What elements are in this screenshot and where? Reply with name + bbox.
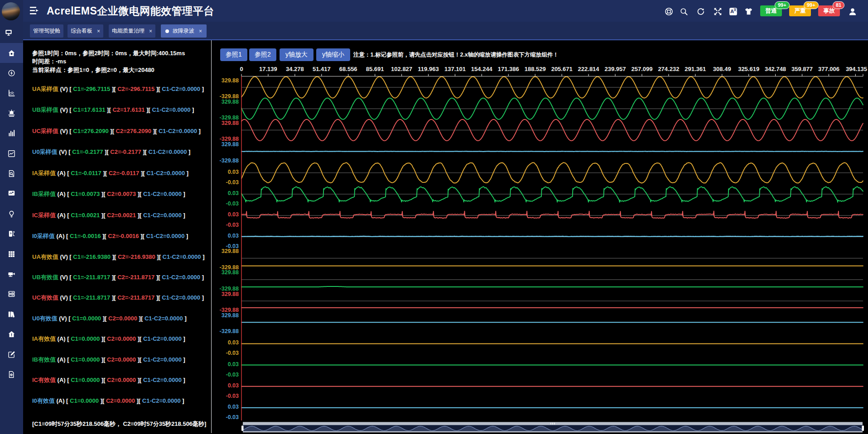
signal-label: IC有效值 [32, 377, 56, 383]
avatar[interactable] [2, 2, 20, 20]
bracket-end: ] [183, 315, 187, 322]
wave-board-icon [8, 89, 15, 97]
x-tick-label: 154.244 [471, 66, 493, 72]
zoom-handle-left[interactable] [241, 426, 244, 431]
y-max-label: 329.88 [222, 248, 239, 254]
sidebar-item-9[interactable] [0, 204, 23, 224]
sidebar-item-7[interactable] [0, 163, 23, 183]
tab-电能质量治理[interactable]: 电能质量治理× [109, 24, 155, 38]
sidebar-item-1[interactable] [0, 43, 23, 63]
diff-value: C1-C2=0.0000 [149, 148, 187, 155]
zoom-handle-right[interactable] [862, 426, 864, 431]
x-tick-label: 17.139 [259, 66, 277, 72]
signal-label: IA有效值 [32, 335, 56, 342]
diff-value: C1-C2=0.0000 [146, 233, 184, 239]
alarm-button-1[interactable]: 普通99+ [760, 5, 782, 16]
c2-value: C2=276.2090 [116, 128, 151, 134]
sidebar-item-12[interactable] [0, 264, 23, 284]
bracket: ][ [101, 233, 108, 239]
signal-label: UA采样值 [32, 86, 58, 92]
bracket: ][ [141, 148, 149, 155]
unit-and-bracket: (V) [ [58, 128, 73, 134]
time-diff-text: 时间差：-ms [32, 57, 66, 66]
tab-故障录波[interactable]: 故障录波× [161, 24, 207, 38]
sidebar-item-16[interactable] [0, 344, 23, 364]
monitor-icon[interactable] [5, 29, 13, 36]
theme-shirt-icon[interactable] [744, 7, 753, 16]
bracket: ][ [154, 294, 162, 301]
unit-and-bracket: (A) [ [55, 397, 70, 404]
diff-value: C1-C2=0.0000 [145, 315, 183, 322]
bracket: ][ [139, 170, 146, 176]
x-tick-label: 51.417 [313, 66, 331, 72]
sidebar-item-8[interactable] [0, 184, 23, 204]
cursor-timestamp-text: [C1=09时57分35秒218.506毫秒， C2=09时57分35秒218.… [32, 420, 206, 428]
x-tick-label: 239.957 [605, 66, 626, 72]
bracket-end: ] [182, 356, 185, 363]
tab-管理驾驶舱[interactable]: 管理驾驶舱 [30, 24, 63, 38]
bracket: ][ [100, 212, 107, 219]
chart-button-参照2[interactable]: 参照2 [249, 48, 276, 61]
sidebar-item-14[interactable] [0, 304, 23, 324]
diff-value: C1-C2=0.0000 [152, 106, 190, 113]
archive-icon [8, 310, 15, 318]
sidebar-item-4[interactable] [0, 103, 23, 123]
signal-label: UB有效值 [32, 274, 58, 281]
bracket: ][ [155, 253, 163, 260]
unit-and-bracket: (V) [ [58, 106, 73, 113]
bracket: ][ [100, 356, 107, 363]
tab-close-icon[interactable]: × [199, 28, 202, 34]
sidebar-item-3[interactable] [0, 83, 23, 103]
house-alert-icon [8, 330, 15, 338]
c2-value: C2=0.0000 [107, 335, 136, 342]
unit-and-bracket: (A) [ [56, 191, 71, 197]
sidebar-item-6[interactable] [0, 143, 23, 163]
tab-close-icon[interactable]: × [149, 28, 152, 34]
sidebar-toggle-icon[interactable] [30, 6, 39, 15]
search-icon[interactable] [680, 7, 688, 16]
alarm-button-2[interactable]: 严重99+ [789, 5, 811, 16]
sidebar-item-2[interactable] [0, 63, 23, 83]
sidebar-item-10[interactable] [0, 224, 23, 244]
y-min-label: -0.03 [226, 222, 239, 228]
sidebar-item-15[interactable] [0, 324, 23, 344]
page-title: AcrelEMS企业微电网能效管理平台 [47, 0, 214, 22]
service-ring-icon[interactable] [665, 7, 673, 16]
translate-icon[interactable]: A文 [729, 7, 738, 16]
y-min-label: -0.03 [226, 414, 239, 420]
sample-point-text: 当前采样点：参照1=0，参照2=0，最大=20480 [32, 66, 154, 74]
sidebar-item-11[interactable] [0, 244, 23, 264]
tab-close-icon[interactable]: × [97, 28, 100, 34]
sidebar-item-13[interactable] [0, 284, 23, 304]
bracket: ][ [111, 253, 118, 260]
sidebar-item-5[interactable] [0, 124, 23, 143]
bracket: ][ [136, 335, 143, 342]
chart-button-y轴缩小[interactable]: y轴缩小 [316, 48, 350, 61]
fullscreen-icon[interactable] [714, 7, 722, 16]
x-tick-label: 291.361 [685, 66, 706, 72]
alarm-button-3[interactable]: 事故81 [818, 5, 840, 16]
bracket: ][ [154, 86, 162, 92]
sidebar-item-17[interactable] [0, 364, 23, 384]
c2-value: C2=0.0000 [106, 397, 135, 404]
alarm-badge: 99+ [775, 1, 790, 9]
x-tick-label: 325.619 [738, 66, 759, 72]
wave-I0采样值 [241, 236, 863, 237]
waveform-chart[interactable]: 017.13934.27851.41768.55685.691102.82711… [212, 63, 868, 434]
y-max-label: 329.88 [222, 141, 239, 148]
c1-value: C1=276.2090 [73, 128, 108, 134]
chart-button-参照1[interactable]: 参照1 [220, 48, 247, 61]
diff-value: C1-C2=0.0000 [143, 335, 182, 342]
bracket: ][ [109, 128, 116, 134]
c2-value: C2=-211.8717 [117, 294, 154, 301]
chart-button-y轴放大[interactable]: y轴放大 [280, 48, 313, 61]
tab-综合看板[interactable]: 综合看板× [68, 24, 103, 38]
y-max-label: 329.88 [222, 120, 239, 126]
y-max-label: 0.03 [228, 339, 239, 346]
bracket: ][ [136, 212, 143, 219]
user-icon[interactable] [848, 7, 857, 16]
refresh-icon[interactable] [696, 7, 705, 16]
bracket: ][ [137, 315, 145, 322]
bracket-end: ] [200, 294, 204, 301]
wave-IC采样值 [241, 211, 863, 219]
